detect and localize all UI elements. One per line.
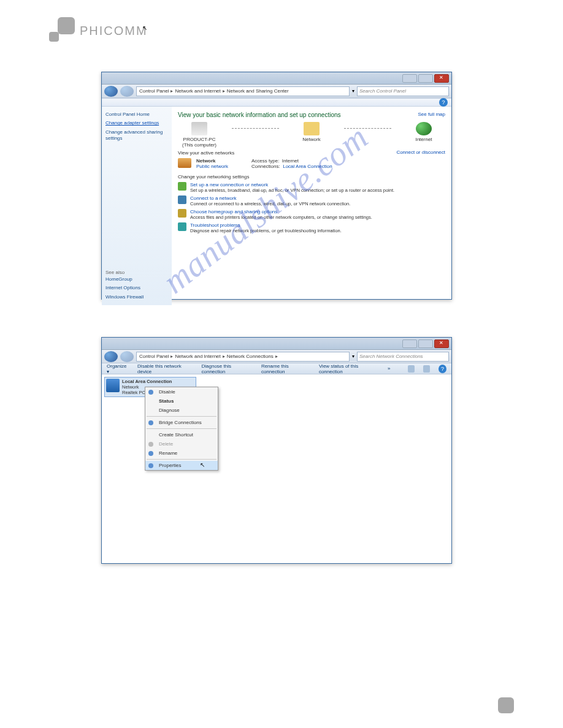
minimize-button[interactable] xyxy=(402,74,417,83)
see-also-label: See also xyxy=(105,270,168,275)
task-title: Connect to a network xyxy=(190,195,350,201)
network-icon xyxy=(304,122,320,135)
view-icon[interactable] xyxy=(408,365,415,373)
network-node-internet: Internet xyxy=(402,122,445,142)
task-desc: Diagnose and repair network problems, or… xyxy=(190,228,342,233)
connection-name: Local Area Connection xyxy=(122,379,172,384)
brand-name: PHICOMM xyxy=(80,24,148,38)
search-input[interactable]: Search Network Connections xyxy=(357,352,449,362)
task-desc: Connect or reconnect to a wireless, wire… xyxy=(190,201,350,207)
sidebar-home[interactable]: Control Panel Home xyxy=(105,112,168,118)
maximize-button[interactable] xyxy=(418,339,433,348)
back-button[interactable] xyxy=(104,86,118,97)
seealso-internet-options[interactable]: Internet Options xyxy=(105,285,168,291)
minimize-button[interactable] xyxy=(402,339,417,348)
connection-link[interactable]: Local Area Connection xyxy=(283,164,332,169)
ctx-label: Disable xyxy=(159,389,175,395)
task-troubleshoot[interactable]: Troubleshoot problemsDiagnose and repair… xyxy=(178,222,445,233)
change-settings-heading: Change your networking settings xyxy=(178,174,445,180)
main-panel: View your basic network information and … xyxy=(172,107,451,305)
ctx-status[interactable]: Status xyxy=(145,396,218,406)
logo-glyph xyxy=(49,17,76,44)
task-title: Troubleshoot problems xyxy=(190,222,342,228)
diagnose-button[interactable]: Diagnose this connection xyxy=(202,363,253,374)
node-inet-label: Internet xyxy=(402,137,445,142)
ctx-diagnose[interactable]: Diagnose xyxy=(145,406,218,415)
network-name: Network xyxy=(196,158,228,164)
seealso-homegroup[interactable]: HomeGroup xyxy=(105,276,168,282)
network-node-network: Network xyxy=(290,122,333,142)
task-list: Set up a new connection or networkSet up… xyxy=(178,182,445,233)
ctx-separator xyxy=(147,459,216,460)
brand-logo: PHICOMM xyxy=(49,17,148,44)
forward-button[interactable] xyxy=(120,86,134,97)
node-net-label: Network xyxy=(290,137,333,142)
cursor-icon: ↖ xyxy=(142,25,147,31)
access-type-label: Access type: xyxy=(251,158,279,164)
troubleshoot-icon xyxy=(178,222,186,231)
breadcrumb[interactable]: Control Panel Network and Internet Netwo… xyxy=(136,86,350,96)
breadcrumb-item[interactable]: Control Panel xyxy=(139,88,169,94)
close-button[interactable] xyxy=(434,74,449,83)
ctx-label: Diagnose xyxy=(159,408,180,413)
maximize-button[interactable] xyxy=(418,74,433,83)
bullet-icon xyxy=(148,451,153,456)
help-icon[interactable]: ? xyxy=(439,365,446,373)
view-status-button[interactable]: View status of this connection xyxy=(319,363,379,374)
node-pc-sublabel: (This computer) xyxy=(178,142,221,148)
ctx-disable[interactable]: Disable xyxy=(145,387,218,396)
organize-menu[interactable]: Organize ▾ xyxy=(107,363,129,374)
more-button[interactable]: » xyxy=(388,366,390,371)
back-button[interactable] xyxy=(104,351,118,362)
ctx-rename[interactable]: Rename xyxy=(145,449,218,458)
ctx-label: Create Shortcut xyxy=(159,432,193,438)
task-connect-network[interactable]: Connect to a networkConnect or reconnect… xyxy=(178,195,445,207)
see-full-map-link[interactable]: See full map xyxy=(418,112,445,117)
breadcrumb-item[interactable]: Network and Sharing Center xyxy=(227,88,289,94)
change-adapter-settings-link[interactable]: Change adapter settings xyxy=(105,120,168,126)
ctx-bridge[interactable]: Bridge Connections xyxy=(145,418,218,427)
help-strip: ? xyxy=(102,98,451,107)
breadcrumb-item[interactable]: Network and Internet xyxy=(175,354,220,359)
preview-icon[interactable] xyxy=(423,365,430,373)
breadcrumb-item[interactable]: Control Panel xyxy=(139,354,169,359)
change-advanced-sharing-link[interactable]: Change advanced sharing settings xyxy=(105,129,168,142)
context-menu: Disable Status Diagnose Bridge Connectio… xyxy=(145,387,218,471)
forward-button[interactable] xyxy=(120,351,134,362)
bench-icon xyxy=(178,158,191,168)
connect-disconnect-link[interactable]: Connect or disconnect xyxy=(396,150,445,155)
task-title: Set up a new connection or network xyxy=(190,182,394,188)
homegroup-icon xyxy=(178,209,186,218)
ctx-properties[interactable]: Properties xyxy=(145,461,218,470)
task-desc: Access files and printers located on oth… xyxy=(190,214,372,220)
ctx-label: Properties xyxy=(159,463,181,468)
connections-area: Local Area Connection Network Realtek PC… xyxy=(102,374,451,562)
task-setup-connection[interactable]: Set up a new connection or networkSet up… xyxy=(178,182,445,193)
search-input[interactable]: Search Control Panel xyxy=(357,86,449,96)
page-heading: View your basic network information and … xyxy=(178,112,445,118)
breadcrumb-item[interactable]: Network and Internet xyxy=(175,88,220,94)
address-bar: Control Panel Network and Internet Netwo… xyxy=(102,85,451,98)
task-homegroup[interactable]: Choose homegroup and sharing optionsAcce… xyxy=(178,209,445,220)
disable-device-button[interactable]: Disable this network device xyxy=(137,363,193,374)
help-icon[interactable]: ? xyxy=(439,98,448,107)
close-button[interactable] xyxy=(434,339,449,348)
breadcrumb[interactable]: Control Panel Network and Internet Netwo… xyxy=(136,352,350,362)
computer-icon xyxy=(191,122,207,135)
bullet-icon xyxy=(148,390,153,395)
bullet-icon xyxy=(148,442,153,447)
ctx-separator xyxy=(147,416,216,417)
page-corner-badge xyxy=(498,697,514,713)
network-type[interactable]: Public network xyxy=(196,164,228,169)
seealso-windows-firewall[interactable]: Windows Firewall xyxy=(105,294,168,300)
rename-button[interactable]: Rename this connection xyxy=(261,363,310,374)
network-connections-window: Control Panel Network and Internet Netwo… xyxy=(101,337,452,564)
window-titlebar xyxy=(102,338,451,350)
breadcrumb-item[interactable]: Network Connections xyxy=(227,354,274,359)
connect-network-icon xyxy=(178,195,186,204)
ctx-create-shortcut[interactable]: Create Shortcut xyxy=(145,430,218,439)
task-title: Choose homegroup and sharing options xyxy=(190,209,372,214)
bullet-icon xyxy=(148,420,153,425)
cursor-icon: ↖ xyxy=(200,461,205,468)
ctx-delete: Delete xyxy=(145,439,218,449)
